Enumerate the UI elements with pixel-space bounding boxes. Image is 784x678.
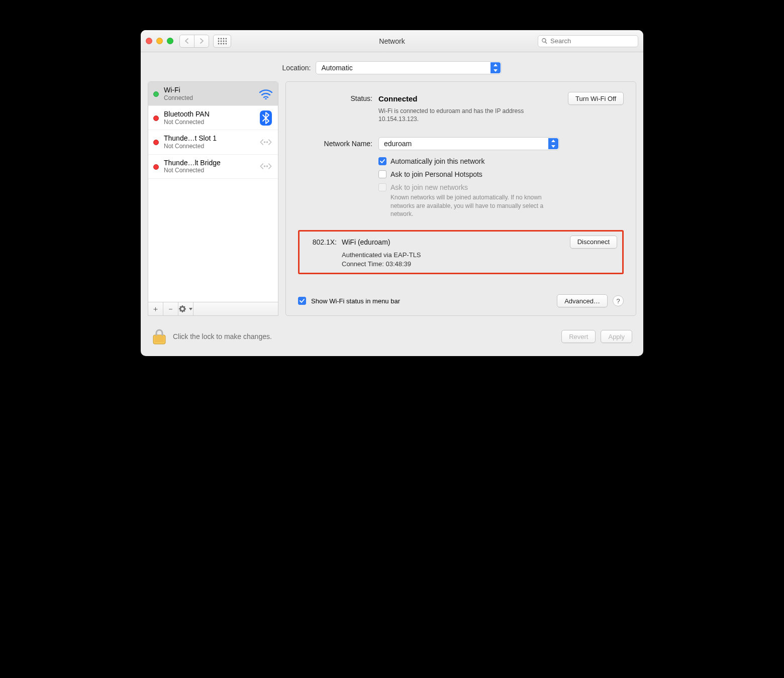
- status-dot: [153, 116, 159, 121]
- show-all-button[interactable]: [213, 35, 231, 48]
- wifi-icon: [259, 87, 273, 101]
- dot1x-label: 802.1X:: [305, 236, 342, 249]
- svg-point-6: [223, 40, 225, 42]
- interface-name: Wi-Fi: [164, 86, 254, 94]
- location-value: Automatic: [321, 64, 352, 72]
- bluetooth-icon: [259, 111, 273, 125]
- network-preferences-window: Network Location: Automatic: [141, 30, 643, 356]
- sidebar-item-thunderbolt-bridge[interactable]: Thunde…lt Bridge Not Connected: [148, 155, 278, 179]
- network-name-popup[interactable]: eduroam: [378, 137, 559, 150]
- ask-hotspot-checkbox[interactable]: [378, 170, 386, 178]
- svg-point-9: [221, 43, 222, 44]
- window-footer: Click the lock to make changes. Revert A…: [141, 323, 643, 356]
- grid-icon: [218, 38, 227, 45]
- minimize-window-button[interactable]: [156, 38, 163, 44]
- status-label: Status:: [298, 92, 378, 105]
- ask-new-checkbox: [378, 183, 386, 191]
- svg-point-15: [266, 142, 267, 143]
- svg-point-14: [264, 142, 265, 143]
- location-row: Location: Automatic: [141, 52, 643, 81]
- ask-hotspot-label: Ask to join Personal Hotspots: [390, 170, 482, 178]
- interface-status: Connected: [164, 94, 254, 101]
- show-menu-bar-label: Show Wi-Fi status in menu bar: [311, 297, 400, 305]
- svg-point-16: [264, 166, 265, 167]
- detail-panel: Status: Connected Turn Wi-Fi Off Wi-Fi i…: [285, 81, 636, 316]
- search-icon: [541, 38, 548, 44]
- sidebar-item-wifi[interactable]: Wi-Fi Connected: [148, 82, 278, 106]
- traffic-lights: [146, 38, 173, 44]
- interface-status: Not Connected: [164, 143, 254, 150]
- popup-stepper: [548, 138, 558, 149]
- ask-new-label: Ask to join new networks: [390, 183, 468, 191]
- svg-point-7: [226, 40, 227, 42]
- revert-button[interactable]: Revert: [561, 330, 596, 343]
- interface-name: Thunde…t Slot 1: [164, 134, 254, 143]
- svg-point-1: [221, 38, 222, 39]
- search-field[interactable]: [538, 35, 638, 47]
- network-name-value: eduroam: [384, 140, 412, 148]
- add-interface-button[interactable]: ＋: [148, 302, 163, 315]
- thunderbolt-icon: [259, 159, 273, 173]
- status-description: Wi-Fi is connected to eduroam and has th…: [378, 107, 549, 123]
- svg-point-0: [218, 38, 220, 39]
- lock-icon[interactable]: [152, 328, 167, 345]
- dot1x-highlight: 802.1X: WiFi (eduroam) Disconnect Authen…: [298, 230, 624, 274]
- close-window-button[interactable]: [146, 38, 152, 44]
- svg-point-17: [266, 166, 267, 167]
- lock-message: Click the lock to make changes.: [173, 332, 272, 341]
- svg-point-10: [223, 43, 225, 44]
- svg-point-11: [226, 43, 227, 44]
- apply-button[interactable]: Apply: [601, 330, 632, 343]
- popup-stepper: [491, 62, 501, 73]
- disconnect-button[interactable]: Disconnect: [570, 236, 617, 249]
- zoom-window-button[interactable]: [167, 38, 173, 44]
- ask-new-hint: Known networks will be joined automatica…: [390, 193, 551, 218]
- status-dot: [153, 164, 159, 170]
- svg-rect-18: [153, 335, 165, 344]
- gear-icon: [179, 305, 188, 312]
- chevron-down-icon: [189, 308, 192, 310]
- status-dot: [153, 91, 159, 97]
- sidebar-footer: ＋ －: [148, 302, 278, 315]
- sidebar-item-thunderbolt1[interactable]: Thunde…t Slot 1 Not Connected: [148, 130, 278, 154]
- interface-name: Thunde…lt Bridge: [164, 159, 254, 167]
- back-button[interactable]: [179, 35, 194, 48]
- status-value: Connected: [378, 94, 418, 103]
- network-name-label: Network Name:: [298, 137, 378, 150]
- svg-point-5: [221, 40, 222, 42]
- interface-status: Not Connected: [164, 167, 254, 174]
- interface-name: Bluetooth PAN: [164, 110, 254, 119]
- svg-point-8: [218, 43, 220, 44]
- dot1x-name: WiFi (eduroam): [342, 236, 390, 249]
- sidebar-item-bluetooth[interactable]: Bluetooth PAN Not Connected: [148, 106, 278, 130]
- toggle-wifi-button[interactable]: Turn Wi-Fi Off: [568, 92, 624, 105]
- help-button[interactable]: ?: [613, 295, 624, 306]
- svg-point-3: [226, 38, 227, 39]
- svg-point-4: [218, 40, 220, 42]
- interface-status: Not Connected: [164, 119, 254, 126]
- location-popup[interactable]: Automatic: [316, 61, 502, 74]
- thunderbolt-icon: [259, 135, 273, 149]
- forward-button[interactable]: [194, 35, 209, 48]
- auto-join-label: Automatically join this network: [390, 157, 485, 165]
- dot1x-auth: Authenticated via EAP-TLS: [342, 251, 617, 260]
- show-menu-bar-checkbox[interactable]: [298, 297, 306, 305]
- location-label: Location:: [282, 64, 311, 72]
- dot1x-time: Connect Time: 03:48:39: [342, 260, 617, 269]
- titlebar: Network: [141, 30, 643, 52]
- svg-point-2: [223, 38, 225, 39]
- status-dot: [153, 140, 159, 145]
- interface-actions-button[interactable]: [178, 302, 193, 315]
- auto-join-checkbox[interactable]: [378, 157, 386, 165]
- advanced-button[interactable]: Advanced…: [557, 294, 608, 307]
- svg-point-12: [265, 98, 267, 99]
- search-input[interactable]: [550, 37, 635, 45]
- interface-sidebar: Wi-Fi Connected Bluetooth PAN Not Connec…: [148, 81, 278, 316]
- remove-interface-button[interactable]: －: [163, 302, 178, 315]
